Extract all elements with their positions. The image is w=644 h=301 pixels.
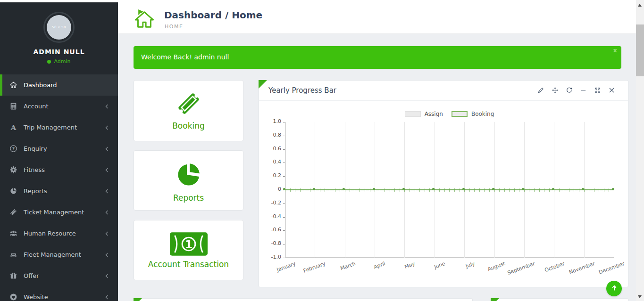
chart-panel: Yearly Progress Bar xyxy=(259,80,628,287)
bottom-panel-left xyxy=(134,298,473,301)
scroll-to-top-button[interactable] xyxy=(606,281,622,296)
sidebar-item-label: Dashboard xyxy=(24,81,57,89)
data-point-marker xyxy=(492,188,494,190)
collapse-icon[interactable] xyxy=(580,87,587,94)
y-axis-tick-label: 0.2 xyxy=(259,172,281,179)
page-title: Dashboard / Home xyxy=(164,9,262,21)
legend-swatch xyxy=(405,111,421,117)
y-axis-tick xyxy=(283,176,285,177)
home-icon xyxy=(9,81,17,89)
gift-icon xyxy=(9,272,17,280)
sidebar-item-label: Website xyxy=(24,293,48,301)
chevron-left-icon xyxy=(105,294,109,300)
close-icon[interactable]: x xyxy=(613,47,617,54)
y-axis-tick-label: -0.4 xyxy=(259,213,281,220)
account-transaction-card[interactable]: 1 Account Transaction xyxy=(134,220,243,280)
y-axis-tick-label: 0 xyxy=(259,186,281,192)
username: ADMIN NULL xyxy=(0,48,118,56)
data-point-marker xyxy=(552,188,554,190)
sidebar-item-fitness[interactable]: Fitness xyxy=(0,159,118,180)
series-minor-ticks xyxy=(285,188,614,192)
data-point-marker xyxy=(313,188,315,190)
reports-card[interactable]: Reports xyxy=(134,150,243,211)
ticket-icon xyxy=(134,90,243,117)
scrollbar-thumb[interactable] xyxy=(636,24,644,76)
sidebar-item-offer[interactable]: Offer xyxy=(0,265,118,286)
booking-card[interactable]: Booking xyxy=(134,80,243,141)
sidebar-item-enquiry[interactable]: ? Enquiry xyxy=(0,138,118,159)
refresh-icon[interactable] xyxy=(566,87,573,94)
expand-icon[interactable] xyxy=(594,87,601,94)
alert-message: Welcome Back! admin null xyxy=(141,53,229,61)
trip-icon: A xyxy=(9,123,17,131)
quick-link-label: Reports xyxy=(134,193,243,203)
sidebar-item-label: Reports xyxy=(24,187,47,195)
sidebar-item-human-resource[interactable]: Human Resource xyxy=(0,223,118,244)
calculator-icon xyxy=(9,102,17,110)
chart-legend: Assign Booking xyxy=(285,111,614,117)
scrollbar-down-arrow[interactable] xyxy=(638,295,642,298)
legend-label: Assign xyxy=(425,111,443,117)
sidebar-item-label: Offer xyxy=(24,272,39,279)
sidebar: 50 x 50 ADMIN NULL Admin Dashboard Accou… xyxy=(0,2,118,301)
y-axis-tick-label: 0.4 xyxy=(259,159,281,165)
chevron-left-icon xyxy=(105,273,109,278)
y-axis-tick xyxy=(283,136,285,136)
scrollbar-up-arrow[interactable] xyxy=(638,4,642,7)
sidebar-item-reports[interactable]: Reports xyxy=(0,180,118,202)
y-axis-tick-label: 1.0 xyxy=(259,118,281,124)
arrow-up-icon xyxy=(611,284,618,293)
svg-text:1: 1 xyxy=(184,238,192,251)
gear-icon xyxy=(9,166,17,174)
sidebar-item-label: Trip Management xyxy=(24,124,77,131)
sidebar-item-account[interactable]: Account xyxy=(0,96,118,117)
ticket-icon xyxy=(9,208,17,216)
y-axis-tick xyxy=(283,217,285,218)
chart-title: Yearly Progress Bar xyxy=(268,86,336,95)
y-axis-tick xyxy=(283,230,285,231)
y-axis-tick xyxy=(283,163,285,163)
sidebar-item-label: Ticket Management xyxy=(24,209,84,216)
globe-icon xyxy=(9,293,17,301)
chevron-left-icon xyxy=(105,146,109,151)
y-axis-tick-label: 0.8 xyxy=(259,132,281,138)
data-point-marker xyxy=(522,188,524,190)
avatar-placeholder: 50 x 50 xyxy=(47,15,71,40)
chevron-left-icon xyxy=(105,167,109,172)
chart-toolbar xyxy=(537,87,615,94)
sidebar-item-label: Account xyxy=(24,103,49,110)
data-point-marker xyxy=(432,188,435,190)
x-axis xyxy=(285,257,614,258)
y-axis-tick-label: -0.6 xyxy=(259,227,281,233)
sidebar-item-fleet-management[interactable]: Fleet Management xyxy=(0,244,118,265)
data-point-marker xyxy=(283,188,285,190)
legend-label: Booking xyxy=(471,111,494,117)
sidebar-item-ticket-management[interactable]: Ticket Management xyxy=(0,202,118,223)
sidebar-item-trip-management[interactable]: A Trip Management xyxy=(0,117,118,138)
sidebar-item-dashboard[interactable]: Dashboard xyxy=(0,74,118,96)
y-axis-tick-label: -1.0 xyxy=(259,254,281,260)
divider xyxy=(259,100,628,101)
money-icon: 1 xyxy=(134,232,243,256)
move-icon[interactable] xyxy=(552,87,559,94)
close-icon[interactable] xyxy=(608,87,615,94)
page: 50 x 50 ADMIN NULL Admin Dashboard Accou… xyxy=(0,0,644,301)
chevron-left-icon xyxy=(105,252,109,257)
svg-text:?: ? xyxy=(12,146,15,151)
y-axis-tick xyxy=(283,258,285,258)
role-label: Admin xyxy=(54,58,70,65)
welcome-alert: Welcome Back! admin null x xyxy=(134,46,621,69)
scrollbar[interactable] xyxy=(636,0,644,301)
y-axis-tick xyxy=(283,122,285,122)
users-icon xyxy=(9,229,17,237)
edit-icon[interactable] xyxy=(537,87,544,94)
y-axis-tick-label: -0.2 xyxy=(259,200,281,206)
data-point-marker xyxy=(373,188,375,190)
sidebar-item-website[interactable]: Website xyxy=(0,286,118,301)
sidebar-item-label: Fleet Management xyxy=(24,251,81,258)
bottom-panel-right xyxy=(491,298,628,301)
y-axis-tick-label: 0.6 xyxy=(259,146,281,152)
online-status-dot xyxy=(47,60,51,64)
data-point-marker xyxy=(343,188,345,190)
y-axis-tick xyxy=(283,244,285,244)
